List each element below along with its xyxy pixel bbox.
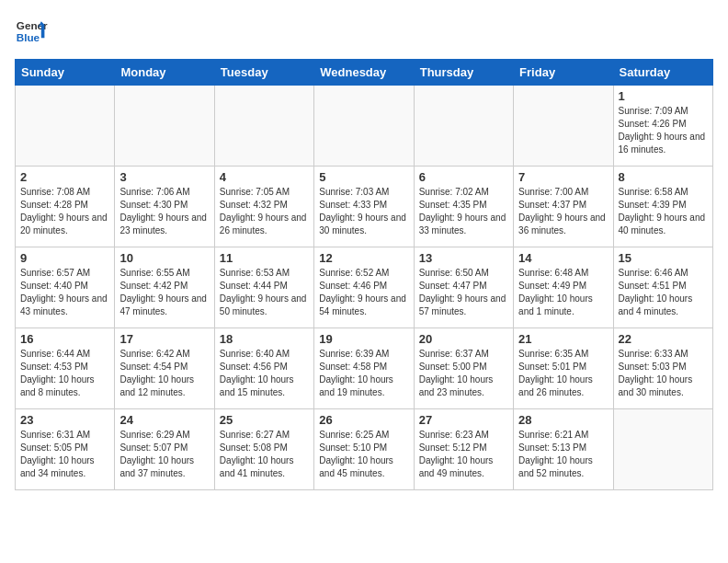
calendar-cell — [16, 86, 115, 167]
calendar-cell — [613, 409, 712, 490]
calendar-cell: 9Sunrise: 6:57 AM Sunset: 4:40 PM Daylig… — [16, 247, 115, 328]
calendar-cell: 3Sunrise: 7:06 AM Sunset: 4:30 PM Daylig… — [115, 167, 214, 247]
weekday-header: Saturday — [613, 60, 712, 86]
day-info: Sunrise: 7:09 AM Sunset: 4:26 PM Dayligh… — [619, 105, 708, 156]
calendar-cell: 14Sunrise: 6:48 AM Sunset: 4:49 PM Dayli… — [514, 247, 613, 328]
weekday-header: Wednesday — [314, 60, 414, 86]
day-number: 20 — [419, 332, 508, 346]
day-info: Sunrise: 6:33 AM Sunset: 5:03 PM Dayligh… — [619, 348, 708, 399]
day-info: Sunrise: 6:21 AM Sunset: 5:13 PM Dayligh… — [518, 429, 608, 480]
day-number: 4 — [220, 170, 309, 184]
calendar-cell: 26Sunrise: 6:25 AM Sunset: 5:10 PM Dayli… — [314, 409, 414, 490]
day-info: Sunrise: 6:46 AM Sunset: 4:51 PM Dayligh… — [619, 267, 708, 318]
day-number: 17 — [119, 332, 209, 346]
weekday-header: Thursday — [414, 60, 513, 86]
calendar-cell: 22Sunrise: 6:33 AM Sunset: 5:03 PM Dayli… — [613, 328, 712, 409]
day-info: Sunrise: 7:08 AM Sunset: 4:28 PM Dayligh… — [20, 186, 109, 237]
logo-icon: General Blue — [15, 15, 48, 48]
day-info: Sunrise: 6:52 AM Sunset: 4:46 PM Dayligh… — [319, 267, 408, 318]
day-info: Sunrise: 6:31 AM Sunset: 5:05 PM Dayligh… — [20, 429, 109, 480]
calendar-cell: 12Sunrise: 6:52 AM Sunset: 4:46 PM Dayli… — [314, 247, 414, 328]
day-info: Sunrise: 6:48 AM Sunset: 4:49 PM Dayligh… — [518, 267, 608, 318]
day-info: Sunrise: 6:35 AM Sunset: 5:01 PM Dayligh… — [518, 348, 608, 399]
day-number: 14 — [518, 251, 608, 265]
day-number: 11 — [220, 251, 309, 265]
calendar-cell: 20Sunrise: 6:37 AM Sunset: 5:00 PM Dayli… — [414, 328, 513, 409]
day-info: Sunrise: 7:00 AM Sunset: 4:37 PM Dayligh… — [518, 186, 608, 237]
day-number: 1 — [619, 89, 708, 103]
day-number: 24 — [119, 413, 209, 427]
day-number: 21 — [518, 332, 608, 346]
calendar-week-row: 23Sunrise: 6:31 AM Sunset: 5:05 PM Dayli… — [16, 409, 713, 490]
day-number: 10 — [119, 251, 209, 265]
calendar-cell — [314, 86, 414, 167]
day-info: Sunrise: 6:44 AM Sunset: 4:53 PM Dayligh… — [20, 348, 109, 399]
day-number: 16 — [20, 332, 109, 346]
calendar-cell: 21Sunrise: 6:35 AM Sunset: 5:01 PM Dayli… — [514, 328, 613, 409]
calendar-cell — [514, 86, 613, 167]
calendar-cell: 17Sunrise: 6:42 AM Sunset: 4:54 PM Dayli… — [115, 328, 214, 409]
calendar-cell: 28Sunrise: 6:21 AM Sunset: 5:13 PM Dayli… — [514, 409, 613, 490]
day-number: 15 — [619, 251, 708, 265]
calendar-cell — [214, 86, 313, 167]
day-number: 9 — [20, 251, 109, 265]
calendar-cell: 23Sunrise: 6:31 AM Sunset: 5:05 PM Dayli… — [16, 409, 115, 490]
day-info: Sunrise: 6:25 AM Sunset: 5:10 PM Dayligh… — [319, 429, 408, 480]
day-info: Sunrise: 6:40 AM Sunset: 4:56 PM Dayligh… — [220, 348, 309, 399]
day-info: Sunrise: 7:03 AM Sunset: 4:33 PM Dayligh… — [319, 186, 408, 237]
day-number: 26 — [319, 413, 408, 427]
day-info: Sunrise: 6:50 AM Sunset: 4:47 PM Dayligh… — [419, 267, 508, 318]
calendar-cell: 4Sunrise: 7:05 AM Sunset: 4:32 PM Daylig… — [214, 167, 313, 247]
day-info: Sunrise: 6:23 AM Sunset: 5:12 PM Dayligh… — [419, 429, 508, 480]
day-number: 5 — [319, 170, 408, 184]
calendar-cell: 10Sunrise: 6:55 AM Sunset: 4:42 PM Dayli… — [115, 247, 214, 328]
day-info: Sunrise: 6:53 AM Sunset: 4:44 PM Dayligh… — [220, 267, 309, 318]
calendar-week-row: 16Sunrise: 6:44 AM Sunset: 4:53 PM Dayli… — [16, 328, 713, 409]
day-info: Sunrise: 7:02 AM Sunset: 4:35 PM Dayligh… — [419, 186, 508, 237]
logo: General Blue — [15, 15, 48, 48]
day-info: Sunrise: 6:58 AM Sunset: 4:39 PM Dayligh… — [619, 186, 708, 237]
calendar-cell — [115, 86, 214, 167]
calendar-cell: 18Sunrise: 6:40 AM Sunset: 4:56 PM Dayli… — [214, 328, 313, 409]
weekday-header-row: SundayMondayTuesdayWednesdayThursdayFrid… — [16, 60, 713, 86]
calendar-cell: 8Sunrise: 6:58 AM Sunset: 4:39 PM Daylig… — [613, 167, 712, 247]
calendar-cell: 11Sunrise: 6:53 AM Sunset: 4:44 PM Dayli… — [214, 247, 313, 328]
weekday-header: Monday — [115, 60, 214, 86]
calendar-cell: 2Sunrise: 7:08 AM Sunset: 4:28 PM Daylig… — [16, 167, 115, 247]
calendar-cell: 19Sunrise: 6:39 AM Sunset: 4:58 PM Dayli… — [314, 328, 414, 409]
calendar-week-row: 1Sunrise: 7:09 AM Sunset: 4:26 PM Daylig… — [16, 86, 713, 167]
calendar-cell: 7Sunrise: 7:00 AM Sunset: 4:37 PM Daylig… — [514, 167, 613, 247]
page-header: General Blue — [15, 15, 713, 48]
day-info: Sunrise: 6:37 AM Sunset: 5:00 PM Dayligh… — [419, 348, 508, 399]
weekday-header: Friday — [514, 60, 613, 86]
day-info: Sunrise: 7:05 AM Sunset: 4:32 PM Dayligh… — [220, 186, 309, 237]
calendar-cell: 1Sunrise: 7:09 AM Sunset: 4:26 PM Daylig… — [613, 86, 712, 167]
calendar-cell: 27Sunrise: 6:23 AM Sunset: 5:12 PM Dayli… — [414, 409, 513, 490]
calendar-cell: 24Sunrise: 6:29 AM Sunset: 5:07 PM Dayli… — [115, 409, 214, 490]
calendar-week-row: 2Sunrise: 7:08 AM Sunset: 4:28 PM Daylig… — [16, 167, 713, 247]
day-number: 12 — [319, 251, 408, 265]
day-number: 25 — [220, 413, 309, 427]
calendar-cell: 6Sunrise: 7:02 AM Sunset: 4:35 PM Daylig… — [414, 167, 513, 247]
calendar-cell: 25Sunrise: 6:27 AM Sunset: 5:08 PM Dayli… — [214, 409, 313, 490]
calendar-week-row: 9Sunrise: 6:57 AM Sunset: 4:40 PM Daylig… — [16, 247, 713, 328]
day-number: 28 — [518, 413, 608, 427]
day-info: Sunrise: 6:57 AM Sunset: 4:40 PM Dayligh… — [20, 267, 109, 318]
day-info: Sunrise: 7:06 AM Sunset: 4:30 PM Dayligh… — [119, 186, 209, 237]
calendar-cell: 13Sunrise: 6:50 AM Sunset: 4:47 PM Dayli… — [414, 247, 513, 328]
day-number: 23 — [20, 413, 109, 427]
day-number: 19 — [319, 332, 408, 346]
day-info: Sunrise: 6:39 AM Sunset: 4:58 PM Dayligh… — [319, 348, 408, 399]
day-number: 3 — [119, 170, 209, 184]
calendar-cell — [414, 86, 513, 167]
day-info: Sunrise: 6:42 AM Sunset: 4:54 PM Dayligh… — [119, 348, 209, 399]
day-number: 27 — [419, 413, 508, 427]
calendar-cell: 15Sunrise: 6:46 AM Sunset: 4:51 PM Dayli… — [613, 247, 712, 328]
day-number: 22 — [619, 332, 708, 346]
weekday-header: Sunday — [16, 60, 115, 86]
day-number: 6 — [419, 170, 508, 184]
calendar-table: SundayMondayTuesdayWednesdayThursdayFrid… — [15, 59, 713, 490]
day-number: 2 — [20, 170, 109, 184]
day-info: Sunrise: 6:29 AM Sunset: 5:07 PM Dayligh… — [119, 429, 209, 480]
day-number: 8 — [619, 170, 708, 184]
